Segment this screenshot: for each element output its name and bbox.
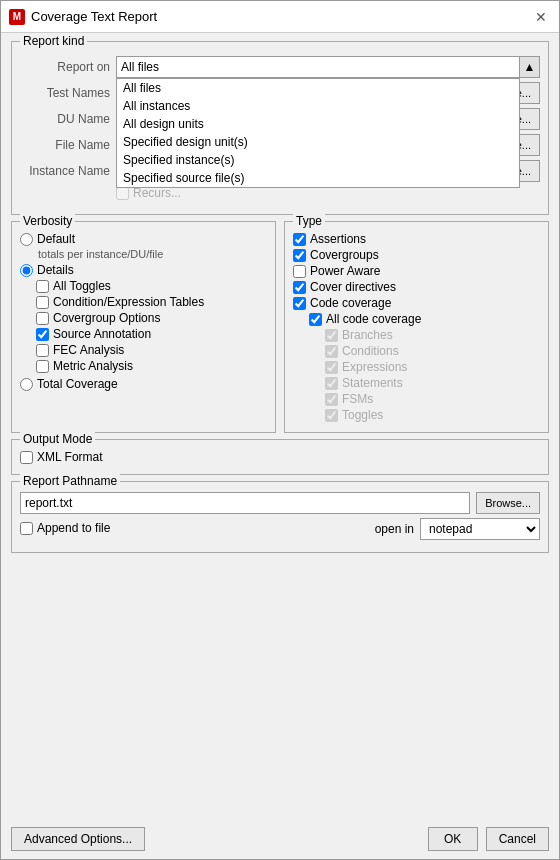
dropdown-option-specified-instance[interactable]: Specified instance(s) [117,151,519,169]
output-mode-label: Output Mode [20,432,95,446]
fec-analysis-label: FEC Analysis [53,343,124,357]
type-label: Type [293,214,325,228]
details-radio-row: Details [20,263,267,277]
verbosity-type-row: Verbosity Default totals per instance/DU… [11,221,549,433]
power-aware-label: Power Aware [310,264,380,278]
window-title: Coverage Text Report [31,9,157,24]
xml-format-checkbox[interactable] [20,451,33,464]
expressions-label: Expressions [342,360,407,374]
report-kind-label: Report kind [20,34,87,48]
append-checkbox[interactable] [20,522,33,535]
total-coverage-radio[interactable] [20,378,33,391]
title-bar: M Coverage Text Report ✕ [1,1,559,33]
open-in-select[interactable]: notepad gvim emacs [420,518,540,540]
pathname-browse-button[interactable]: Browse... [476,492,540,514]
fsms-checkbox[interactable] [325,393,338,406]
recursive-checkbox[interactable] [116,187,129,200]
type-group: Type Assertions Covergroups Power Aware … [284,221,549,433]
report-on-dropdown[interactable]: All files [116,56,520,78]
statements-label: Statements [342,376,403,390]
statements-checkbox[interactable] [325,377,338,390]
condition-expression-checkbox[interactable] [36,296,49,309]
du-name-label: DU Name [20,112,110,126]
covergroups-label: Covergroups [310,248,379,262]
assertions-checkbox[interactable] [293,233,306,246]
covergroups-checkbox[interactable] [293,249,306,262]
all-code-coverage-row: All code coverage [309,312,540,326]
conditions-checkbox[interactable] [325,345,338,358]
details-radio[interactable] [20,264,33,277]
default-radio-row: Default [20,232,267,246]
recursive-label: Recurs... [133,186,181,200]
statements-row: Statements [325,376,540,390]
covergroup-options-checkbox[interactable] [36,312,49,325]
code-coverage-checkbox[interactable] [293,297,306,310]
dropdown-option-all-design-units[interactable]: All design units [117,115,519,133]
cover-directives-row: Cover directives [293,280,540,294]
instance-name-label: Instance Name [20,164,110,178]
toggles-checkbox[interactable] [325,409,338,422]
report-pathname-input[interactable] [20,492,470,514]
append-checkbox-row: Append to file [20,521,110,535]
conditions-label: Conditions [342,344,399,358]
recursive-row: Recurs... [20,186,540,202]
metric-analysis-label: Metric Analysis [53,359,133,373]
condition-expression-row: Condition/Expression Tables [36,295,267,309]
all-toggles-label: All Toggles [53,279,111,293]
close-button[interactable]: ✕ [531,7,551,27]
open-in-row: open in notepad gvim emacs [375,518,540,540]
total-coverage-row: Total Coverage [20,377,267,391]
metric-analysis-checkbox[interactable] [36,360,49,373]
output-mode-group: Output Mode XML Format [11,439,549,475]
toggles-label: Toggles [342,408,383,422]
verbosity-options: All Toggles Condition/Expression Tables … [36,279,267,373]
source-annotation-checkbox[interactable] [36,328,49,341]
verbosity-group: Verbosity Default totals per instance/DU… [11,221,276,433]
report-on-label: Report on [20,60,110,74]
power-aware-row: Power Aware [293,264,540,278]
title-bar-left: M Coverage Text Report [9,9,157,25]
advanced-options-button[interactable]: Advanced Options... [11,827,145,851]
source-annotation-row: Source Annotation [36,327,267,341]
pathname-input-row: Browse... [20,492,540,514]
ok-button[interactable]: OK [428,827,478,851]
toggles-row: Toggles [325,408,540,422]
branches-checkbox[interactable] [325,329,338,342]
dropdown-option-specified-source-file[interactable]: Specified source file(s) [117,169,519,187]
all-toggles-row: All Toggles [36,279,267,293]
default-note: totals per instance/DU/file [38,248,267,260]
dropdown-option-specified-design-unit[interactable]: Specified design unit(s) [117,133,519,151]
open-in-label: open in [375,522,414,536]
dropdown-option-all-instances[interactable]: All instances [117,97,519,115]
cover-directives-checkbox[interactable] [293,281,306,294]
all-code-coverage-label: All code coverage [326,312,421,326]
append-label: Append to file [37,521,110,535]
total-coverage-label: Total Coverage [37,377,118,391]
fec-analysis-row: FEC Analysis [36,343,267,357]
branches-row: Branches [325,328,540,342]
default-radio[interactable] [20,233,33,246]
all-toggles-checkbox[interactable] [36,280,49,293]
cover-directives-label: Cover directives [310,280,396,294]
xml-format-label: XML Format [37,450,103,464]
all-code-coverage-checkbox[interactable] [309,313,322,326]
fsms-label: FSMs [342,392,373,406]
report-kind-group: Report kind Report on All files ▲ All fi… [11,41,549,215]
assertions-label: Assertions [310,232,366,246]
report-on-dropdown-list: All files All instances All design units… [116,78,520,188]
metric-analysis-row: Metric Analysis [36,359,267,373]
test-names-label: Test Names [20,86,110,100]
app-icon: M [9,9,25,25]
code-coverage-row: Code coverage [293,296,540,310]
report-on-arrow[interactable]: ▲ [520,56,540,78]
conditions-row: Conditions [325,344,540,358]
cancel-button[interactable]: Cancel [486,827,549,851]
expressions-checkbox[interactable] [325,361,338,374]
dropdown-option-all-files[interactable]: All files [117,79,519,97]
default-label: Default [37,232,75,246]
fec-analysis-checkbox[interactable] [36,344,49,357]
append-open-row: Append to file open in notepad gvim emac… [20,518,540,540]
power-aware-checkbox[interactable] [293,265,306,278]
footer-buttons: Advanced Options... OK Cancel [1,821,559,859]
report-pathname-label: Report Pathname [20,474,120,488]
